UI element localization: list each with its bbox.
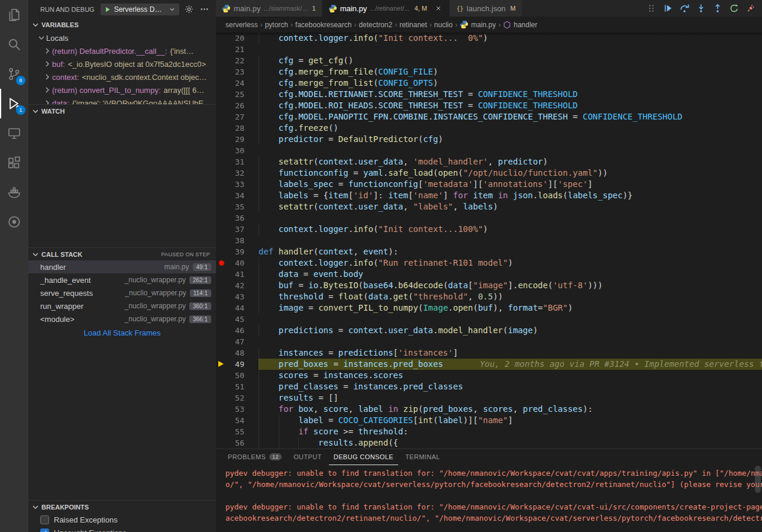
- code-line[interactable]: 36: [216, 212, 762, 224]
- code-line[interactable]: 23cfg.merge_from_file(CONFIG_FILE): [216, 66, 762, 78]
- breakpoint-gutter[interactable]: [216, 145, 227, 156]
- breakpoint-gutter[interactable]: [216, 415, 227, 426]
- code-line-content[interactable]: for box, score, label in zip(pred_boxes,…: [259, 404, 762, 415]
- breakpoints-section-header[interactable]: BREAKPOINTS: [28, 500, 216, 513]
- breakpoint-gutter[interactable]: [216, 33, 227, 44]
- code-line[interactable]: 49pred_boxes = instances.pred_boxesYou, …: [216, 359, 762, 370]
- breadcrumb-item-main.py[interactable]: main.py: [460, 20, 496, 29]
- code-line-content[interactable]: threshold = float(data.get("threshold", …: [259, 291, 762, 302]
- breakpoint-gutter[interactable]: [216, 201, 227, 212]
- code-line[interactable]: 32functionconfig = yaml.safe_load(open("…: [216, 167, 762, 179]
- breakpoint-gutter[interactable]: [216, 167, 227, 179]
- watch-section-header[interactable]: WATCH: [28, 104, 216, 117]
- code-line[interactable]: 35setattr(context.user_data, "labels", l…: [216, 201, 762, 212]
- code-line-content[interactable]: cfg = get_cfg(): [259, 55, 762, 66]
- panel-tab-debug-console[interactable]: DEBUG CONSOLE: [329, 449, 398, 465]
- code-line[interactable]: 29predictor = DefaultPredictor(cfg): [216, 134, 762, 145]
- code-line-content[interactable]: if score >= threshold:: [259, 426, 762, 437]
- breakpoint-gutter[interactable]: [216, 314, 227, 325]
- code-line-content[interactable]: [259, 314, 762, 325]
- stack-frame-<module>[interactable]: <module>_nuclio_wrapper.py366:1: [28, 312, 216, 325]
- code-line-content[interactable]: [259, 145, 762, 156]
- breakpoint-gutter[interactable]: [216, 44, 227, 55]
- code-line[interactable]: 25cfg.MODEL.RETINANET.SCORE_THRESH_TEST …: [216, 89, 762, 100]
- breakpoint-gutter[interactable]: [216, 190, 227, 201]
- more-actions-icon[interactable]: [198, 4, 210, 15]
- code-line-content[interactable]: buf = io.BytesIO(base64.b64decode(data["…: [259, 280, 762, 291]
- breakpoint-gutter[interactable]: [216, 359, 227, 370]
- activity-item-explorer[interactable]: [0, 0, 28, 30]
- breakpoint-gutter[interactable]: [216, 404, 227, 415]
- breakpoint-gutter[interactable]: [216, 257, 227, 269]
- breakpoint-gutter[interactable]: [216, 179, 227, 190]
- stack-frame-_handle_event[interactable]: _handle_event_nuclio_wrapper.py262:1: [28, 273, 216, 286]
- variable-row[interactable]: data:{'image': 'iVBORw0KGgoAAAANSUhE…: [28, 96, 216, 104]
- code-line-content[interactable]: labels_spec = functionconfig['metadata']…: [259, 179, 762, 190]
- code-line[interactable]: 53for box, score, label in zip(pred_boxe…: [216, 404, 762, 415]
- code-line-content[interactable]: pred_classes = instances.pred_classes: [259, 381, 762, 392]
- breakpoint-gutter[interactable]: [216, 392, 227, 404]
- code-line-content[interactable]: [259, 235, 762, 246]
- code-line-content[interactable]: labels = {item['id']: item['name'] for i…: [259, 190, 762, 201]
- breakpoint-gutter[interactable]: [216, 224, 227, 235]
- code-line[interactable]: 47: [216, 336, 762, 347]
- code-line[interactable]: 37context.logger.info("Init context...10…: [216, 224, 762, 235]
- code-line[interactable]: 43threshold = float(data.get("threshold"…: [216, 291, 762, 302]
- code-line-content[interactable]: def handler(context, event):: [259, 246, 762, 257]
- load-all-stack-frames-link[interactable]: Load All Stack Frames: [28, 325, 216, 340]
- breakpoint-gutter[interactable]: [216, 370, 227, 381]
- code-line[interactable]: 38: [216, 235, 762, 246]
- code-line[interactable]: 20context.logger.info("Init context... 0…: [216, 33, 762, 44]
- code-line[interactable]: 54label = COCO_CATEGORIES[int(label)]["n…: [216, 415, 762, 426]
- panel-tab-problems[interactable]: PROBLEMS12: [223, 449, 286, 465]
- breakpoint-gutter[interactable]: [216, 269, 227, 280]
- code-line-content[interactable]: context.logger.info("Init context...100%…: [259, 224, 762, 235]
- launch-config-dropdown[interactable]: Serverless Debu: [101, 4, 179, 15]
- close-icon[interactable]: [434, 4, 443, 13]
- code-line-content[interactable]: setattr(context.user_data, "labels", lab…: [259, 201, 762, 212]
- breakpoint-gutter[interactable]: [216, 280, 227, 291]
- code-line[interactable]: 48instances = predictions['instances']: [216, 347, 762, 359]
- breadcrumb-item-pytorch[interactable]: pytorch: [265, 21, 288, 29]
- activity-item-source-control[interactable]: 8: [0, 59, 28, 89]
- breakpoint-gutter[interactable]: [216, 212, 227, 224]
- code-line-content[interactable]: image = convert_PIL_to_numpy(Image.open(…: [259, 302, 762, 314]
- breadcrumb-item-serverless[interactable]: serverless: [225, 21, 258, 29]
- variable-row[interactable]: (return) convert_PIL_to_numpy:array([[[ …: [28, 83, 216, 96]
- breakpoint-gutter[interactable]: [216, 336, 227, 347]
- tab-main.py[interactable]: main.py.../retinanet/...4, M: [322, 0, 450, 17]
- code-line[interactable]: 46predictions = context.user_data.model_…: [216, 325, 762, 336]
- code-line[interactable]: 30: [216, 145, 762, 156]
- code-line-content[interactable]: setattr(context.user_data, 'model_handle…: [259, 156, 762, 167]
- variables-section-header[interactable]: VARIABLES: [28, 18, 216, 31]
- breakpoint-gutter[interactable]: [216, 156, 227, 167]
- restart-button[interactable]: [728, 2, 741, 15]
- code-line-content[interactable]: cfg.MODEL.ROI_HEADS.SCORE_THRESH_TEST = …: [259, 100, 762, 111]
- activity-item-docker[interactable]: [0, 178, 28, 207]
- code-line[interactable]: 44image = convert_PIL_to_numpy(Image.ope…: [216, 302, 762, 314]
- breadcrumb-item-nuclio[interactable]: nuclio: [434, 21, 453, 29]
- breakpoint-gutter[interactable]: [216, 134, 227, 145]
- code-line-content[interactable]: [259, 212, 762, 224]
- code-line[interactable]: 26cfg.MODEL.ROI_HEADS.SCORE_THRESH_TEST …: [216, 100, 762, 111]
- checkbox[interactable]: ✓: [40, 528, 49, 532]
- breakpoint-gutter[interactable]: [216, 89, 227, 100]
- code-line-content[interactable]: results.append({: [259, 437, 762, 449]
- code-line[interactable]: 52results = []: [216, 392, 762, 404]
- breakpoint-option-row[interactable]: Raised Exceptions: [28, 513, 216, 526]
- breakpoint-gutter[interactable]: [216, 235, 227, 246]
- breakpoint-gutter[interactable]: [216, 66, 227, 78]
- activity-item-search[interactable]: [0, 30, 28, 59]
- code-line-content[interactable]: results = []: [259, 392, 762, 404]
- code-line[interactable]: 34labels = {item['id']: item['name'] for…: [216, 190, 762, 201]
- code-line[interactable]: 31setattr(context.user_data, 'model_hand…: [216, 156, 762, 167]
- code-line-content[interactable]: cfg.MODEL.RETINANET.SCORE_THRESH_TEST = …: [259, 89, 762, 100]
- panel-scrollbar[interactable]: [755, 466, 761, 493]
- step-out-button[interactable]: [711, 2, 724, 15]
- stack-frame-serve_requests[interactable]: serve_requests_nuclio_wrapper.py114:1: [28, 286, 216, 299]
- activity-item-extension-other[interactable]: [0, 207, 28, 237]
- variables-scope-locals[interactable]: Locals: [28, 31, 216, 44]
- code-line[interactable]: 51pred_classes = instances.pred_classes: [216, 381, 762, 392]
- code-line[interactable]: 40context.logger.info("Run retinanet-R10…: [216, 257, 762, 269]
- code-line[interactable]: 50scores = instances.scores: [216, 370, 762, 381]
